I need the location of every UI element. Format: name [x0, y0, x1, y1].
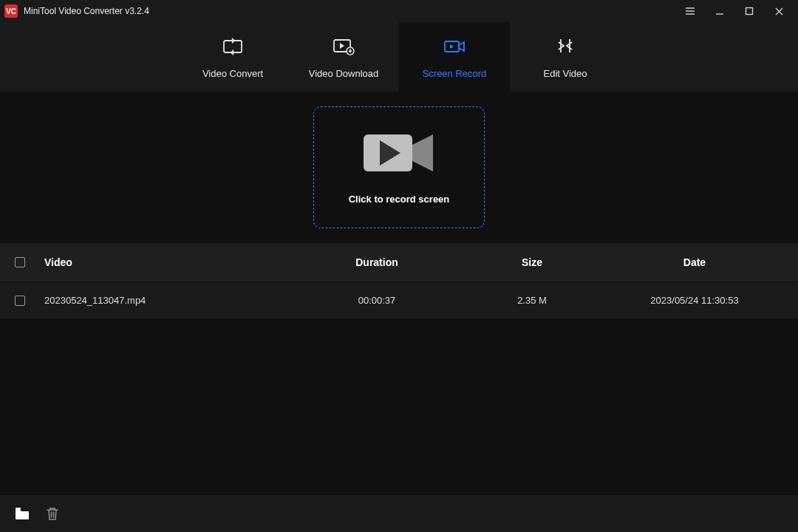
svg-marker-6 [450, 44, 454, 49]
cell-date: 2023/05/24 11:30:53 [606, 295, 783, 306]
trash-icon [46, 506, 59, 521]
close-icon [774, 7, 784, 16]
delete-button[interactable] [46, 506, 59, 521]
menu-button[interactable] [675, 0, 705, 22]
titlebar: VC MiniTool Video Converter v3.2.4 [0, 0, 798, 22]
tab-screen-record[interactable]: Screen Record [399, 22, 510, 92]
download-icon [332, 35, 355, 58]
main-tabbar: Video Convert Video Download Screen Reco… [0, 22, 798, 92]
tab-video-convert[interactable]: Video Convert [177, 22, 288, 92]
cell-video: 20230524_113047.mp4 [44, 295, 296, 306]
folder-icon [15, 507, 30, 520]
minimize-button[interactable] [705, 0, 734, 22]
col-header-video: Video [44, 256, 296, 268]
row-checkbox[interactable] [15, 296, 25, 306]
svg-rect-9 [16, 508, 21, 510]
record-icon [443, 35, 466, 58]
maximize-button[interactable] [734, 0, 764, 22]
tab-label: Video Convert [202, 68, 263, 79]
close-button[interactable] [764, 0, 794, 22]
camera-icon [362, 130, 436, 179]
app-title: MiniTool Video Converter v3.2.4 [24, 6, 149, 16]
col-header-date: Date [606, 256, 783, 268]
col-header-duration: Duration [296, 256, 458, 268]
table-row[interactable]: 20230524_113047.mp4 00:00:37 2.35 M 2023… [0, 282, 798, 318]
tab-label: Screen Record [423, 68, 487, 79]
cell-duration: 00:00:37 [296, 295, 458, 306]
record-box-label: Click to record screen [349, 194, 450, 205]
app-window: VC MiniTool Video Converter v3.2.4 Video… [0, 0, 798, 532]
svg-marker-3 [340, 43, 344, 49]
svg-rect-0 [746, 8, 753, 15]
empty-area [0, 318, 798, 495]
record-area: Click to record screen [0, 92, 798, 243]
tab-label: Edit Video [543, 68, 587, 79]
table-header: Video Duration Size Date [0, 243, 798, 282]
convert-icon [222, 35, 244, 58]
cell-size: 2.35 M [458, 295, 606, 306]
col-header-size: Size [458, 256, 606, 268]
edit-icon [556, 35, 575, 58]
maximize-icon [745, 7, 754, 16]
minimize-icon [715, 6, 725, 16]
open-folder-button[interactable] [15, 507, 30, 520]
app-logo-icon: VC [4, 4, 18, 18]
record-screen-button[interactable]: Click to record screen [313, 106, 485, 228]
tab-label: Video Download [309, 68, 378, 79]
tab-edit-video[interactable]: Edit Video [510, 22, 621, 92]
tab-video-download[interactable]: Video Download [288, 22, 399, 92]
select-all-checkbox[interactable] [15, 257, 25, 267]
hamburger-icon [684, 5, 696, 17]
bottombar [0, 495, 798, 532]
